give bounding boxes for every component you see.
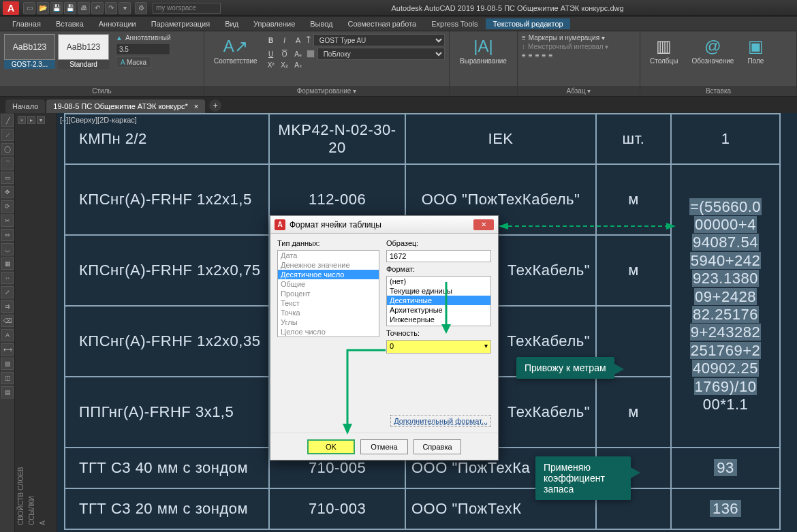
mirror-tool-icon[interactable]: ⇔ (1, 229, 14, 241)
mask-icon: A (121, 59, 125, 66)
sub-button[interactable]: X₂ (279, 61, 290, 69)
dim-tool-icon[interactable]: ⟷ (1, 343, 14, 356)
cell-mfr[interactable]: IEK (405, 114, 596, 164)
panel-label-para[interactable]: Абзац ▾ (518, 86, 640, 96)
palette-layers-tab[interactable]: СВОЙСТВ СЛОЕВ (17, 467, 25, 525)
line-tool-icon[interactable]: ╱ (1, 114, 14, 127)
qat-open-icon[interactable]: 📂 (37, 2, 49, 14)
case-button[interactable]: Aₐ (293, 50, 304, 58)
precision-combo[interactable]: 0 (386, 340, 491, 354)
settings-gear-icon[interactable]: ⚙ (135, 2, 147, 14)
doc-tab-start[interactable]: Начало (5, 99, 45, 113)
text-height-input[interactable] (116, 43, 170, 55)
line-spacing-button[interactable]: Межстрочный интервал ▾ (528, 43, 608, 50)
additional-format-button[interactable]: Дополнительный формат... (390, 415, 491, 427)
align-button[interactable]: |A| Выравнивание (454, 34, 512, 67)
clear-button[interactable]: Aₓ (293, 61, 304, 69)
ok-button[interactable]: OK (307, 439, 355, 454)
rect-tool-icon[interactable]: ▭ (1, 172, 14, 184)
block-tool-icon[interactable]: ◫ (1, 372, 14, 384)
circle-tool-icon[interactable]: ◯ (1, 143, 14, 155)
tab-annotate[interactable]: Аннотации (92, 18, 143, 29)
tab-collab[interactable]: Совместная работа (341, 18, 424, 29)
palette-pin-icon[interactable]: ▸ (27, 116, 35, 124)
tab-parametric[interactable]: Параметризация (144, 18, 217, 29)
qat-undo-icon[interactable]: ↶ (91, 2, 104, 14)
symbol-button[interactable]: @Обозначение (687, 34, 740, 67)
sample-label: Образец: (386, 239, 491, 247)
align-left-button[interactable]: ≡ (522, 52, 526, 59)
arc-tool-icon[interactable]: ⌒ (1, 157, 14, 170)
mask-button[interactable]: A Маска (116, 57, 151, 68)
erase-tool-icon[interactable]: ⌫ (1, 315, 14, 327)
italic-button[interactable]: I (279, 37, 290, 44)
new-tab-button[interactable]: + (209, 99, 221, 112)
field-button[interactable]: ▣Поле (742, 34, 769, 67)
align-dist-button[interactable]: ≡ (548, 52, 552, 59)
underline-button[interactable]: U (266, 50, 277, 58)
tab-output[interactable]: Вывод (303, 18, 339, 29)
tab-view[interactable]: Вид (218, 18, 245, 29)
trim-tool-icon[interactable]: ✂ (1, 215, 14, 227)
cell-code[interactable]: MKP42-N-02-30-20 (269, 114, 405, 164)
bullets-button[interactable]: Маркеры и нумерация ▾ (529, 34, 605, 42)
dialog-titlebar[interactable]: A Формат ячейки таблицы ✕ (270, 216, 498, 234)
overline-button[interactable]: O (279, 50, 290, 58)
font-select[interactable]: GOST Type AU (313, 34, 445, 46)
array-tool-icon[interactable]: ▦ (1, 257, 14, 270)
cell-unit[interactable]: шт. (596, 114, 671, 164)
doc-tab-active[interactable]: 19-08-5 ПС Общежитие АТЭК конкурс* × (46, 99, 205, 113)
dialog-close-button[interactable]: ✕ (473, 219, 494, 230)
strike-button[interactable]: A (293, 37, 304, 44)
tab-insert[interactable]: Вставка (49, 18, 91, 29)
fillet-tool-icon[interactable]: ◡ (1, 243, 14, 255)
qat-save-icon[interactable]: 💾 (50, 2, 63, 14)
move-tool-icon[interactable]: ✥ (1, 186, 14, 198)
palette-xref-tab[interactable]: ССЫЛКИ (28, 496, 35, 525)
data-type-list[interactable]: Дата Денежное значение Десятичное число … (277, 250, 379, 337)
tab-manage[interactable]: Управление (247, 18, 302, 29)
palette-a-tab[interactable]: А (39, 520, 46, 525)
cell-name[interactable]: КМПн 2/2 (65, 114, 269, 164)
field-icon: ▣ (748, 37, 764, 56)
palette-close-icon[interactable]: × (18, 116, 26, 124)
color-select[interactable]: ПоБлоку (317, 48, 445, 60)
align-justify-button[interactable]: ≡ (542, 52, 546, 59)
cancel-button[interactable]: Отмена (360, 439, 408, 454)
scale-tool-icon[interactable]: ⤢ (1, 286, 14, 298)
help-button[interactable]: Справка (413, 439, 461, 454)
palette-menu-icon[interactable]: ▾ (37, 116, 45, 124)
panel-label-format[interactable]: Форматирование ▾ (204, 86, 449, 96)
qat-redo-icon[interactable]: ↷ (105, 2, 117, 14)
rotate-tool-icon[interactable]: ⟳ (1, 200, 14, 213)
text-tool-icon[interactable]: A (1, 329, 14, 341)
text-style-preview-1[interactable]: AaBb123 (4, 34, 55, 60)
table-tool-icon[interactable]: ▤ (1, 386, 14, 398)
match-format-button[interactable]: A↗ Соответствие (208, 34, 263, 67)
columns-button[interactable]: ▥Столбцы (644, 34, 684, 67)
text-style-preview-2[interactable]: AaBb123 (58, 34, 109, 60)
stretch-tool-icon[interactable]: ↔ (1, 272, 14, 284)
tab-text-editor[interactable]: Текстовый редактор (486, 18, 569, 29)
format-list[interactable]: (нет) Текущие единицы Десятичные Архитек… (386, 276, 491, 326)
align-center-button[interactable]: ≡ (529, 52, 533, 59)
cell-qty[interactable]: 1 (671, 114, 780, 164)
bold-button[interactable]: B (266, 37, 277, 44)
qat-new-icon[interactable]: ▭ (23, 2, 35, 14)
tab-express[interactable]: Express Tools (424, 18, 484, 29)
precision-label: Точность: (386, 329, 491, 337)
pline-tool-icon[interactable]: ⟋ (1, 129, 14, 141)
tab-home[interactable]: Главная (5, 18, 48, 29)
qat-more-icon[interactable]: ▾ (119, 2, 131, 14)
hatch-tool-icon[interactable]: ▨ (1, 358, 14, 370)
formula-cell[interactable]: =(55660.000000+494087.545940+242923.1380… (671, 164, 780, 448)
qat-plot-icon[interactable]: 🖶 (78, 2, 90, 14)
annotative-label[interactable]: Аннотативный (125, 34, 171, 42)
workspace-search[interactable]: my worspace (153, 3, 221, 14)
align-right-button[interactable]: ≡ (535, 52, 540, 59)
sample-value: 1672 (386, 250, 491, 262)
qat-saveas-icon[interactable]: 💾 (64, 2, 76, 14)
offset-tool-icon[interactable]: ⇉ (1, 300, 14, 313)
super-button[interactable]: X² (266, 61, 277, 69)
close-tab-icon[interactable]: × (194, 102, 198, 110)
